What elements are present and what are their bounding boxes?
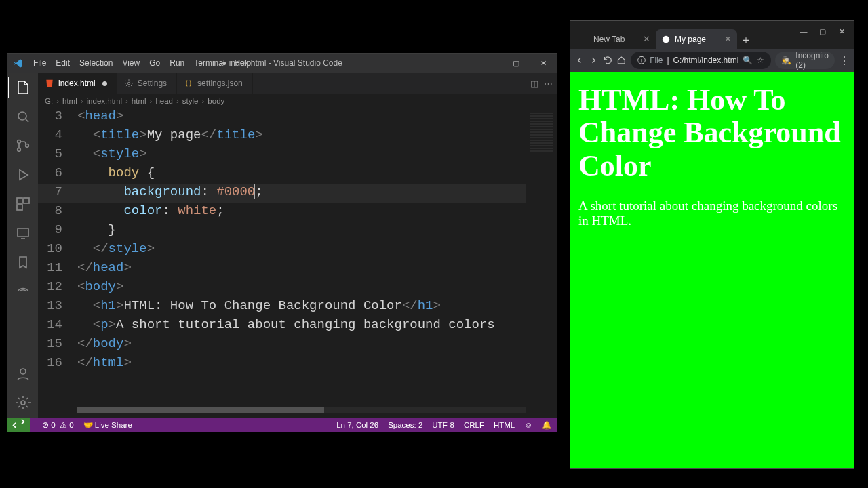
code-editor[interactable]: 3<head>4 <title>My page</title>5 <style>…: [38, 108, 557, 418]
settings-gear-icon[interactable]: [15, 394, 31, 411]
code-content[interactable]: body {: [77, 165, 155, 180]
code-line[interactable]: 13 <h1>HTML: How To Change Background Co…: [38, 298, 557, 317]
breadcrumb-segment[interactable]: style: [182, 97, 199, 105]
code-content[interactable]: }: [77, 222, 116, 237]
code-line[interactable]: 15</body>: [38, 336, 557, 355]
horizontal-scrollbar[interactable]: [77, 407, 526, 413]
live-share-activity-icon[interactable]: [15, 283, 31, 300]
breadcrumb-segment[interactable]: head: [155, 97, 173, 105]
remote-indicator[interactable]: [7, 418, 30, 432]
language-mode[interactable]: HTML: [494, 421, 515, 429]
new-tab-button[interactable]: ＋: [737, 31, 755, 49]
breadcrumb-segment[interactable]: body: [208, 97, 224, 105]
breadcrumb-segment[interactable]: G:: [45, 97, 53, 105]
site-info-icon[interactable]: ⓘ: [637, 55, 646, 66]
code-line[interactable]: 9 }: [38, 222, 557, 241]
encoding[interactable]: UTF-8: [432, 421, 454, 429]
code-content[interactable]: <p>A short tutorial about changing backg…: [77, 317, 495, 332]
menu-selection[interactable]: Selection: [75, 58, 117, 68]
explorer-icon[interactable]: [15, 79, 31, 96]
address-bar[interactable]: ⓘ File | G:/html/index.html 🔍 ☆: [631, 52, 771, 69]
code-line[interactable]: 8 color: white;: [38, 203, 557, 222]
menu-view[interactable]: View: [117, 58, 144, 68]
forward-button[interactable]: [589, 53, 599, 68]
line-number: 6: [38, 165, 77, 180]
breadcrumbs-bar[interactable]: G:›html›index.html›html›head›style›body: [38, 94, 557, 108]
accounts-icon[interactable]: [15, 366, 31, 382]
remote-explorer-icon[interactable]: [15, 225, 31, 241]
code-line[interactable]: 3<head>: [38, 108, 557, 127]
eol[interactable]: CRLF: [464, 421, 484, 429]
source-control-icon[interactable]: [15, 138, 31, 154]
menu-file[interactable]: File: [28, 58, 51, 68]
scrollbar-thumb[interactable]: [77, 407, 324, 413]
menu-edit[interactable]: Edit: [51, 58, 75, 68]
code-line[interactable]: 14 <p>A short tutorial about changing ba…: [38, 317, 557, 336]
errors-warnings[interactable]: ⊘ 0 ⚠ 0: [42, 420, 74, 430]
close-button[interactable]: ✕: [530, 54, 557, 73]
line-number: 4: [38, 127, 77, 142]
close-tab-icon[interactable]: ✕: [643, 34, 650, 44]
code-line[interactable]: 4 <title>My page</title>: [38, 127, 557, 146]
menu-run[interactable]: Run: [165, 58, 189, 68]
close-button[interactable]: ✕: [832, 24, 851, 39]
zoom-icon[interactable]: 🔍: [743, 56, 753, 65]
split-editor-icon[interactable]: ◫: [530, 79, 538, 89]
browser-viewport[interactable]: HTML: How To Change Background Color A s…: [570, 72, 854, 468]
bookmarks-icon[interactable]: [15, 254, 31, 270]
code-content[interactable]: </style>: [77, 241, 155, 256]
home-button[interactable]: [616, 53, 627, 68]
line-number: 3: [38, 108, 77, 123]
code-line[interactable]: 16</html>: [38, 355, 557, 374]
menu-go[interactable]: Go: [144, 58, 165, 68]
maximize-button[interactable]: ▢: [813, 24, 832, 39]
live-share-status[interactable]: 🤝 Live Share: [83, 420, 132, 430]
code-content[interactable]: background: #0000;: [77, 184, 263, 199]
browser-menu-icon[interactable]: ⋮: [839, 53, 850, 68]
breadcrumb-segment[interactable]: html: [62, 97, 77, 105]
code-line[interactable]: 6 body {: [38, 165, 557, 184]
search-icon[interactable]: [15, 108, 31, 125]
code-line[interactable]: 5 <style>: [38, 146, 557, 165]
code-line[interactable]: 7 background: #0000;: [38, 184, 557, 203]
browser-tab-my-page[interactable]: My page✕: [656, 29, 737, 49]
editor-tab-settings[interactable]: Settings: [117, 73, 177, 94]
editor-tab-index-html[interactable]: index.html: [38, 73, 117, 94]
extensions-icon[interactable]: [15, 196, 31, 212]
close-tab-icon[interactable]: ✕: [724, 34, 732, 44]
browser-tab-new-tab[interactable]: New Tab✕: [574, 29, 656, 49]
feedback-icon[interactable]: ☺: [524, 421, 532, 429]
back-button[interactable]: [574, 53, 585, 68]
more-actions-icon[interactable]: ⋯: [544, 79, 553, 89]
run-debug-icon[interactable]: [15, 167, 31, 183]
cursor-position[interactable]: Ln 7, Col 26: [336, 421, 378, 429]
bookmark-star-icon[interactable]: ☆: [757, 56, 764, 65]
code-content[interactable]: <style>: [77, 146, 147, 161]
breadcrumb-segment[interactable]: index.html: [87, 97, 122, 105]
maximize-button[interactable]: ▢: [502, 54, 530, 73]
breadcrumb-segment[interactable]: html: [132, 97, 146, 105]
code-content[interactable]: </head>: [77, 260, 132, 275]
code-content[interactable]: color: white;: [77, 203, 224, 218]
code-line[interactable]: 11</head>: [38, 260, 557, 279]
minimize-button[interactable]: —: [475, 54, 502, 73]
editor-tab-settings-json[interactable]: settings.json: [177, 73, 253, 94]
code-content[interactable]: <h1>HTML: How To Change Background Color…: [77, 298, 441, 313]
reload-button[interactable]: [603, 53, 613, 68]
code-content[interactable]: </html>: [77, 355, 132, 370]
indent-spaces[interactable]: Spaces: 2: [388, 421, 422, 429]
incognito-indicator[interactable]: 🕵️ Incognito (2): [775, 52, 835, 69]
code-content[interactable]: </body>: [77, 336, 132, 351]
minimap[interactable]: [526, 108, 557, 418]
code-line[interactable]: 10 </style>: [38, 241, 557, 260]
minimize-button[interactable]: —: [794, 24, 813, 39]
notifications-icon[interactable]: 🔔: [542, 420, 551, 430]
tab-label: index.html: [58, 79, 96, 88]
code-content[interactable]: <head>: [77, 108, 123, 123]
dirty-indicator-icon: [102, 81, 107, 86]
code-content[interactable]: <title>My page</title>: [77, 127, 263, 142]
code-content[interactable]: <body>: [77, 279, 123, 294]
url-scheme: File: [650, 56, 663, 65]
code-line[interactable]: 12<body>: [38, 279, 557, 298]
vscode-window-title: ● index.html - Visual Studio Code: [222, 58, 342, 68]
